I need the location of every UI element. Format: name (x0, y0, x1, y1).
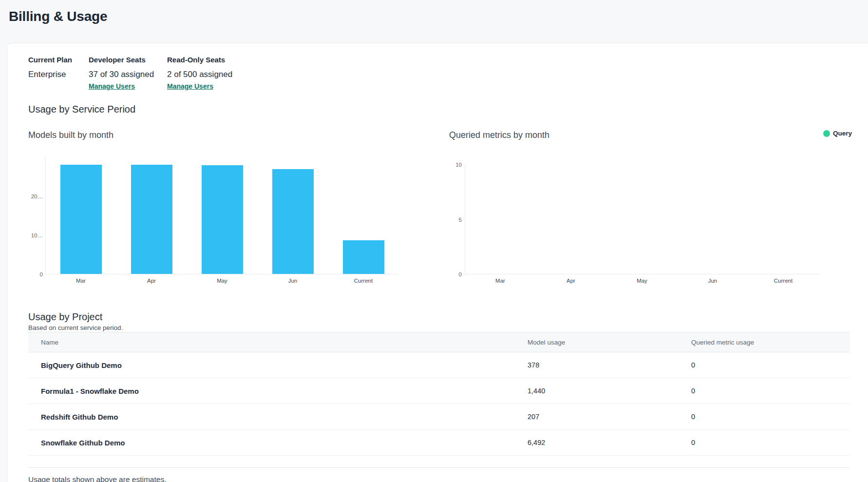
table-header-cell: Name (28, 339, 528, 346)
plan-column-value: 2 of 500 assigned (167, 69, 232, 80)
legend-dot-icon (823, 130, 830, 137)
models-built-chart-title: Models built by month (28, 129, 113, 141)
plan-column-value: Enterprise (28, 69, 66, 80)
x-axis-tick-label: May (613, 277, 671, 285)
project-name-cell: Formula1 - Snowflake Demo (28, 387, 528, 395)
table-row: Snowflake Github Demo6,4920 (28, 430, 850, 456)
legend-query[interactable]: Query (823, 130, 852, 137)
table-header-cell: Queried metric usage (691, 339, 850, 346)
table-header-cell: Model usage (528, 339, 691, 346)
y-axis-tick-label: 5 (433, 216, 462, 223)
model-usage-cell: 378 (528, 361, 691, 369)
model-usage-cell: 6,492 (528, 439, 691, 446)
table-header-row: NameModel usageQueried metric usage (28, 332, 850, 352)
plan-column-label: Read-Only Seats (167, 55, 225, 65)
x-axis-tick-label: Apr (122, 277, 181, 285)
x-axis-tick-label: Current (334, 277, 393, 285)
model-usage-cell: 1,440 (528, 387, 691, 395)
bar-mar (60, 165, 102, 274)
project-name-cell: Redshift Github Demo (28, 413, 528, 421)
table-row: BigQuery Github Demo3780 (28, 352, 850, 378)
x-axis-tick-label: May (193, 277, 251, 285)
y-axis-tick-label: 0 (433, 271, 462, 278)
usage-by-project-table: NameModel usageQueried metric usageBigQu… (28, 332, 850, 468)
queried-metrics-chart-title: Queried metrics by month (449, 129, 549, 141)
manage-users-link[interactable]: Manage Users (89, 82, 135, 91)
bar-may (202, 165, 243, 274)
chart-plot-area (45, 157, 398, 274)
y-axis-tick-label: 10… (14, 232, 43, 239)
queried-metric-usage-cell: 0 (691, 361, 850, 369)
billing-usage-page: Billing & Usage Current PlanEnterpriseDe… (0, 0, 868, 482)
legend-label: Query (833, 130, 852, 137)
x-axis-tick-label: Current (754, 277, 812, 285)
usage-by-project-subtitle: Based on current service period. (28, 324, 123, 332)
bar-jun (272, 169, 314, 274)
plan-column-label: Current Plan (28, 55, 72, 65)
project-name-cell: BigQuery Github Demo (28, 361, 528, 369)
x-axis-tick-label: Jun (264, 277, 322, 285)
y-axis-tick-label: 20… (14, 193, 43, 200)
x-axis-tick-label: Jun (683, 277, 742, 285)
manage-users-link[interactable]: Manage Users (167, 82, 213, 91)
plan-column-label: Developer Seats (89, 55, 146, 65)
page-title: Billing & Usage (9, 8, 107, 25)
project-name-cell: Snowflake Github Demo (28, 439, 528, 447)
table-footer-spacer (28, 456, 850, 468)
usage-footnote: Usage totals shown above are estimates. (28, 475, 166, 482)
chart-plot-area (465, 165, 819, 274)
model-usage-cell: 207 (528, 413, 691, 421)
table-row: Redshift Github Demo2070 (28, 404, 850, 430)
x-axis-tick-label: Mar (471, 277, 529, 285)
y-axis-tick-label: 10 (433, 161, 462, 168)
usage-by-service-period-title: Usage by Service Period (28, 103, 135, 116)
x-axis-tick-label: Apr (542, 277, 600, 285)
queried-metric-usage-cell: 0 (691, 439, 850, 446)
bar-current (343, 240, 384, 274)
table-row: Formula1 - Snowflake Demo1,4400 (28, 378, 850, 404)
page-header: Billing & Usage (0, 0, 868, 43)
plan-column-value: 37 of 30 assigned (89, 69, 154, 80)
queried-metric-usage-cell: 0 (691, 413, 850, 421)
usage-by-project-title: Usage by Project (28, 310, 102, 324)
y-axis-tick-label: 0 (14, 271, 43, 278)
bar-apr (131, 165, 172, 274)
x-axis-tick-label: Mar (52, 277, 110, 285)
queried-metric-usage-cell: 0 (691, 387, 850, 395)
